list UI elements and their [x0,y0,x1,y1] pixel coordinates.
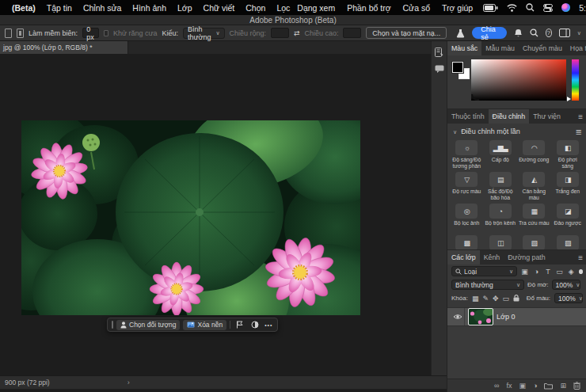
select-and-mask-button[interactable]: Chọn và tạo mặt nạ... [366,27,447,39]
control-center-icon[interactable] [543,4,553,12]
spotlight-icon[interactable] [526,3,535,12]
new-layer-icon[interactable]: ⊞ [560,382,566,390]
document-tab[interactable]: jpg @ 100% (Lớp 0, RGB/8) * [0,41,128,54]
tab-libraries[interactable]: Thư viện [529,109,565,124]
status-chevron-icon[interactable]: › [127,379,130,386]
foreground-color-swatch[interactable] [452,62,463,73]
style-select[interactable]: Bình thường ∨ [183,28,225,39]
adjustment-photo-filter[interactable]: ◎Bộ lọc ảnh [450,203,484,233]
tab-channels[interactable]: Kênh [480,250,504,265]
wifi-icon[interactable] [507,4,517,12]
workspace-switcher-icon[interactable] [559,29,570,37]
new-adjustment-layer-icon[interactable]: ◑ [533,382,537,390]
adjustment-levels[interactable]: ▂▆▃Cấp độ [484,139,518,169]
new-selection-icon[interactable] [5,29,12,38]
hue-slider[interactable] [572,59,579,101]
adjustment-brightness-contrast[interactable]: ☼Độ sáng/Độ tương phản [450,139,484,169]
height-input[interactable] [343,28,361,38]
comments-panel-icon[interactable] [435,65,444,73]
panel-menu-icon[interactable]: ≡ [574,112,586,121]
menu-window[interactable]: Cửa sổ [401,3,432,13]
menu-select[interactable]: Chọn [240,3,271,13]
help-icon[interactable]: ? [546,29,552,37]
width-input[interactable] [271,28,289,38]
layer-thumbnail[interactable] [469,309,493,325]
menu-view[interactable]: Dạng xem [295,3,337,13]
remove-background-button[interactable]: Xóa nền [183,320,226,330]
notifications-bell-icon[interactable] [514,29,523,38]
adjustment-color-lookup[interactable]: ▦Tra cứu màu [517,203,551,233]
menu-edit[interactable]: Chỉnh sửa [78,3,127,13]
filter-type-layers-icon[interactable]: T [544,268,553,276]
adjustment-color-balance[interactable]: ◭Cân bằng màu [517,171,551,201]
tab-gradients[interactable]: Chuyển màu [519,41,566,55]
chevron-down-icon[interactable]: ∨ [577,30,581,36]
add-layer-mask-icon[interactable]: ▣ [519,382,527,390]
menu-app-beta[interactable]: (Beta) [6,3,41,13]
search-icon[interactable] [530,29,538,37]
filter-adjustment-layers-icon[interactable]: ◑ [532,268,541,276]
lock-pixels-icon[interactable]: ✎ [482,295,489,303]
list-view-icon[interactable]: ≣ [576,127,581,136]
menu-file[interactable]: Tập tin [41,3,78,13]
layer-name[interactable]: Lớp 0 [497,313,515,321]
crop-flag-icon[interactable] [234,320,245,330]
adjustment-contrast-icon[interactable] [249,320,261,330]
menu-image[interactable]: Hình ảnh [127,3,172,13]
battery-icon[interactable] [483,4,498,12]
taskbar-drag-handle[interactable] [112,321,113,329]
share-button[interactable]: Chia sẻ [472,27,506,39]
layer-visibility-eye-icon[interactable] [451,308,465,325]
filter-pixel-layers-icon[interactable]: ▣ [520,268,529,276]
adjustment-hue-saturation[interactable]: ▤Sắc độ/Độ bão hòa [484,171,518,201]
tab-paths[interactable]: Đường path [504,250,549,265]
opacity-select[interactable]: 100% ∨ [552,280,580,290]
layer-row[interactable]: Lớp 0 [447,307,586,326]
feather-input[interactable]: 0 px [82,28,99,38]
swap-dimensions-icon[interactable]: ⇄ [294,29,300,37]
menu-help[interactable]: Trợ giúp [440,3,474,13]
adjustment-vibrance[interactable]: ▽Độ rực màu [450,171,484,201]
more-options-icon[interactable]: ••• [264,322,272,328]
tab-swatches[interactable]: Mẫu màu [481,41,519,55]
layer-filter-select[interactable]: Loại ∨ [451,266,517,276]
adjustment-curves[interactable]: ◠Đường cong [517,139,551,169]
lock-artboard-icon[interactable]: ▭ [503,295,510,303]
beta-flask-icon[interactable] [456,29,465,38]
layer-effects-icon[interactable]: fx [506,382,512,390]
lock-all-icon[interactable] [513,295,519,302]
siri-icon[interactable] [561,3,570,12]
link-layers-icon[interactable]: ∞ [494,382,499,390]
new-group-folder-icon[interactable] [544,382,553,390]
menu-clock[interactable]: 5:56 CH Th 3 20 thg 8 [579,3,586,13]
lock-transparency-icon[interactable]: ▦ [472,295,479,303]
tab-patterns[interactable]: Họa tiết [566,41,586,55]
adjustment-black-white[interactable]: ◨Trắng đen [551,171,585,201]
tab-color[interactable]: Màu sắc [447,41,481,55]
lotus-photo[interactable] [21,120,360,315]
antialias-checkbox[interactable] [104,30,108,36]
tab-properties[interactable]: Thuộc tính [447,109,489,124]
adjustment-invert[interactable]: ◪Đảo ngược [551,203,585,233]
menu-filter[interactable]: Lọc [271,3,295,13]
select-subject-button[interactable]: Chọn đối tượng [116,320,180,330]
blend-mode-select[interactable]: Bình thường ∨ [451,280,524,290]
add-selection-icon[interactable] [17,29,24,38]
menu-layer[interactable]: Lớp [172,3,198,13]
collapse-chevron-icon[interactable]: ∨ [453,129,457,135]
filter-smart-objects-icon[interactable]: ◈ [567,268,576,276]
version-history-panel-icon[interactable] [435,48,443,57]
saturation-brightness-field[interactable] [471,59,566,101]
delete-layer-trash-icon[interactable] [573,382,580,390]
adjustment-exposure[interactable]: ◧Độ phơi sáng [551,139,585,169]
fill-select[interactable]: 100% ∨ [554,293,583,303]
canvas-area[interactable]: Chọn đối tượng Xóa nền ••• 900 px (72 pp… [0,54,431,375]
menu-type[interactable]: Chữ viết [198,3,241,13]
menu-plugins[interactable]: Phần bổ trợ [345,3,392,13]
tab-layers[interactable]: Các lớp [447,250,480,265]
filter-toggle[interactable] [579,269,583,274]
foreground-background-swatches[interactable] [452,62,471,81]
adjustment-channel-mixer[interactable]: ◔Bộ trộn kênh [484,203,518,233]
panel-menu-icon[interactable]: ≡ [574,253,586,262]
lock-position-icon[interactable]: ✥ [493,295,499,303]
